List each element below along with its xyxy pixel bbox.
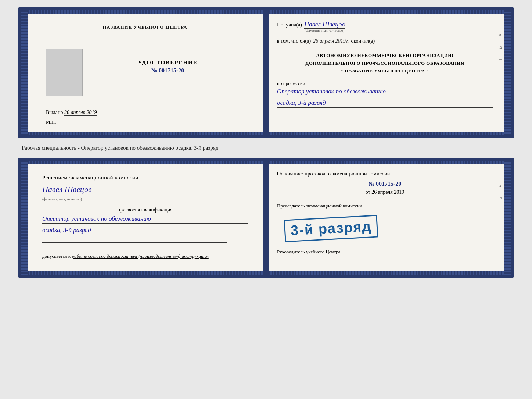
org-line3: " НАЗВАНИЕ УЧЕБНОГО ЦЕНТРА " [277, 67, 493, 75]
org-line1: АВТОНОМНУЮ НЕКОММЕРЧЕСКУЮ ОРГАНИЗАЦИЮ [277, 52, 493, 60]
vtom-date: 26 апреля 2019г. [313, 38, 349, 44]
signature-line-left [120, 90, 216, 90]
stamp-text: 3-й разряд [290, 218, 372, 238]
vydano-date: 26 апреля 2019 [64, 110, 97, 116]
bottom-person-name: Павел Швецов [42, 185, 248, 195]
top-center-title: НАЗВАНИЕ УЧЕБНОГО ЦЕНТРА [42, 24, 248, 30]
bottom-name-hint: (фамилия, имя, отчество) [42, 197, 82, 201]
profession-value-top: Оператор установок по обезвоживанию [277, 88, 493, 96]
okonchil-label: окончил(а) [351, 38, 375, 44]
top-document: НАЗВАНИЕ УЧЕБНОГО ЦЕНТРА УДОСТОВЕРЕНИЕ №… [18, 7, 514, 138]
received-row: Получил(а) Павел Швецов (фамилия, имя, о… [277, 21, 493, 32]
bottom-right-edge-labels: и ,а ← [499, 183, 503, 213]
bottom-right-label-2: ,а [499, 195, 503, 200]
reshenie-label: Решением экзаменационной комиссии [42, 175, 248, 181]
bottom-doc-left: Решением экзаменационной комиссии Павел … [21, 161, 262, 275]
vtom-label: в том, что он(а) [277, 38, 311, 44]
org-block: АВТОНОМНУЮ НЕКОММЕРЧЕСКУЮ ОРГАНИЗАЦИЮ ДО… [277, 52, 493, 75]
separator-text: Рабочая специальность - Оператор установ… [18, 145, 514, 151]
bottom-doc-right: Основание: протокол экзаменационной коми… [262, 161, 511, 275]
right-label-2: ,а [499, 44, 503, 50]
bottom-rank-value: осадка, 3-й разряд [42, 227, 248, 235]
rank-value-top: осадка, 3-й разряд [277, 99, 493, 108]
org-line2: ДОПОЛНИТЕЛЬНОГО ПРОФЕССИОНАЛЬНОГО ОБРАЗО… [277, 60, 493, 67]
bottom-document: Решением экзаменационной комиссии Павел … [18, 158, 514, 278]
stamp-box: 3-й разряд [284, 215, 378, 242]
top-doc-left: НАЗВАНИЕ УЧЕБНОГО ЦЕНТРА УДОСТОВЕРЕНИЕ №… [21, 10, 262, 135]
vydano-label: Выдано [46, 110, 63, 115]
bottom-profession-value: Оператор установок по обезвоживанию [42, 215, 248, 224]
sig-lines [42, 242, 248, 247]
right-edge-labels: и ,а ← [499, 32, 503, 62]
ot-label: от [366, 189, 370, 195]
profession-label-top: по профессии [277, 81, 493, 86]
protocol-date-row: от 26 апреля 2019 [277, 189, 493, 195]
name-hint-top: (фамилия, имя, отчество) [304, 28, 345, 32]
sig-line-1 [42, 242, 227, 243]
photo-placeholder [46, 49, 83, 96]
protocol-number: № 001715-20 [277, 181, 493, 187]
predsedatel-label: Председатель экзаменационной комиссии [277, 203, 493, 209]
udost-section: УДОСТОВЕРЕНИЕ № 001715-20 [88, 60, 248, 75]
dopuskaetsya-label: допускается к [42, 253, 71, 259]
rukovoditel-line [277, 264, 406, 264]
sig-line-2 [42, 247, 227, 247]
bottom-right-label-1: и [499, 183, 503, 188]
vtom-row: в том, что он(а) 26 апреля 2019г. окончи… [277, 38, 493, 44]
udost-number: № 001715-20 [151, 67, 184, 75]
right-label-1: и [499, 32, 503, 38]
protocol-date: 26 апреля 2019 [371, 189, 404, 195]
dopuskaetsya-row: допускается к работе согласно должностны… [42, 253, 248, 259]
bottom-right-label-3: ← [499, 207, 503, 213]
udost-label: УДОСТОВЕРЕНИЕ [88, 60, 248, 66]
top-doc-right: Получил(а) Павел Швецов (фамилия, имя, о… [262, 10, 511, 135]
vydano-row: Выдано 26 апреля 2019 [46, 110, 248, 115]
received-name: Павел Швецов [304, 21, 345, 29]
dopuskaetsya-value: работе согласно должностным (производств… [72, 253, 208, 259]
osnov-label: Основание: протокол экзаменационной коми… [277, 171, 493, 177]
right-label-3: ← [499, 57, 503, 62]
rukovoditel-label: Руководитель учебного Центра [277, 249, 493, 255]
poluchil-label: Получил(а) [277, 22, 302, 28]
prisvoena-label: присвоена квалификация [42, 207, 248, 213]
mp-label: М.П. [46, 119, 248, 125]
